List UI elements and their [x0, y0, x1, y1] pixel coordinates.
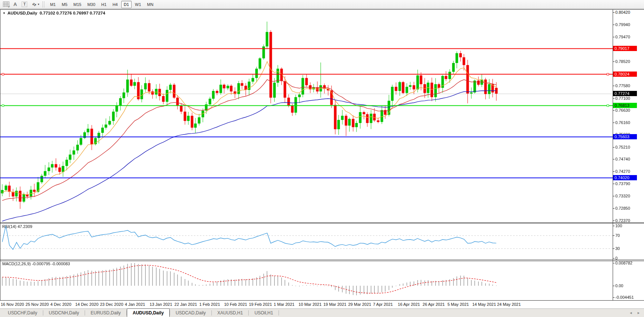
toolbar-tools: F A T ⇄ ▾ — [1, 0, 41, 9]
panel-splitter-rsi[interactable] — [0, 223, 644, 224]
price-tick-label: 0.77100 — [615, 96, 630, 101]
date-axis-label: 24 May 2021 — [497, 302, 521, 307]
chart-left-border — [0, 9, 0, 301]
timeframe-button-mn[interactable]: MN — [144, 1, 156, 8]
hline-price-label: 0.79017 — [613, 46, 637, 51]
macd-panel-canvas[interactable] — [0, 261, 613, 300]
timeframe-button-h1[interactable]: H1 — [99, 1, 109, 8]
symbol-tab-usdchf[interactable]: USDCHF,Daily — [2, 309, 43, 317]
symbol-tab-eurusd[interactable]: EURUSD,Daily — [85, 309, 126, 317]
date-axis-label: 1 Mar 2021 — [274, 302, 295, 307]
timeframe-button-m5[interactable]: M5 — [59, 1, 70, 8]
price-tick-label: 0.79470 — [615, 35, 630, 39]
macd-label: MACD(12,26,9) -0.000795 -0.000083 — [2, 261, 70, 266]
price-tick-label: 0.79940 — [615, 22, 630, 27]
timeframe-button-d1[interactable]: D1 — [121, 1, 132, 8]
price-tick-label: 0.73790 — [615, 181, 630, 186]
dropdown-caret-icon[interactable]: ▾ — [38, 3, 39, 6]
date-axis-label: 4 Jan 2021 — [125, 302, 145, 307]
price-axis-line — [613, 9, 613, 301]
date-axis-label: 19 Mar 2021 — [323, 302, 346, 307]
hline-price-label: 0.75603 — [613, 134, 637, 139]
tab-separator — [279, 310, 279, 316]
price-tick-label: 0.73320 — [615, 194, 630, 199]
rsi-panel-canvas[interactable] — [0, 224, 613, 260]
panel-border — [0, 9, 644, 10]
symbol-tab-xauusd[interactable]: XAUUSD,H1 — [212, 309, 249, 317]
trading-terminal-window: F A T ⇄ ▾ M1M5M15M30H1H4D1W1MN ▼AUDUSD,D… — [0, 0, 644, 317]
date-axis-label: 10 Mar 2021 — [299, 302, 322, 307]
timeframe-button-m1[interactable]: M1 — [47, 1, 58, 8]
timeframe-button-m15[interactable]: M15 — [71, 1, 84, 8]
date-axis-label: 16 Apr 2021 — [398, 302, 420, 307]
date-axis-label: 13 Jan 2021 — [150, 302, 172, 307]
date-axis-label: 25 Nov 2020 — [26, 302, 49, 307]
tab-scroll-left-icon[interactable]: ◄ — [629, 311, 632, 315]
date-axis-label: 7 Apr 2021 — [373, 302, 393, 307]
timeframe-button-m30[interactable]: M30 — [85, 1, 98, 8]
price-tick-label: 0.74270 — [615, 169, 630, 174]
date-axis-label: 26 Apr 2021 — [422, 302, 444, 307]
toolbar: F A T ⇄ ▾ M1M5M15M30H1H4D1W1MN — [0, 0, 644, 9]
price-tick-label: 0.76630 — [615, 108, 630, 113]
price-tick-label: 0.78520 — [615, 59, 630, 64]
panel-splitter-macd[interactable] — [0, 261, 644, 261]
rsi-tick-label: 30 — [615, 246, 620, 251]
tab-scroll-arrows: ◄ ► — [629, 308, 640, 317]
macd-tick-label: 0.008782 — [615, 261, 632, 266]
date-axis-label: 5 May 2021 — [447, 302, 469, 307]
arrows-tool-icon[interactable]: ⇄ — [31, 1, 38, 7]
rsi-tick-label: 70 — [615, 233, 620, 238]
price-tick-label: 0.80420 — [615, 10, 630, 15]
rsi-tick-label: 0 — [615, 256, 618, 261]
date-axis-label: 19 Feb 2021 — [249, 302, 272, 307]
timeframe-button-h4[interactable]: H4 — [110, 1, 120, 8]
timeframe-button-w1[interactable]: W1 — [132, 1, 144, 8]
date-axis-label: 23 Dec 2020 — [100, 302, 123, 307]
grid-f-icon[interactable]: F — [3, 1, 9, 7]
price-tick-label: 0.74740 — [615, 157, 630, 162]
price-tick-label: 0.76160 — [615, 120, 630, 125]
price-tick-label: 0.72370 — [615, 218, 630, 223]
date-axis-label: 29 Mar 2021 — [348, 302, 371, 307]
text-label-icon[interactable]: A — [13, 1, 17, 7]
hline-price-label: 0.76813 — [613, 103, 637, 108]
symbol-tab-usdcad[interactable]: USDCAD,Daily — [170, 309, 211, 317]
main-chart-canvas[interactable] — [0, 9, 613, 222]
symbol-tab-audusd[interactable]: AUDUSD,Daily — [127, 308, 170, 317]
macd-tick-label: -0.004451 — [615, 295, 634, 300]
current-price-label: 0.77274 — [613, 91, 637, 96]
hline-price-label: 0.74020 — [613, 175, 637, 180]
panel-border — [0, 300, 644, 301]
price-tick-label: 0.75210 — [615, 145, 630, 150]
ohlc-values: 0.77102 0.77276 0.76997 0.77274 — [40, 11, 105, 15]
macd-tick-label: 0.00 — [615, 283, 623, 288]
symbol-dropdown-icon[interactable]: ▼ — [3, 12, 6, 15]
date-axis-label: 1 Feb 2021 — [199, 302, 220, 307]
date-axis-label: 22 Jan 2021 — [175, 302, 197, 307]
date-axis-label: 14 May 2021 — [472, 302, 496, 307]
date-axis-label: 14 Dec 2020 — [75, 302, 98, 307]
chart-title: ▼AUDUSD,Daily 0.77102 0.77276 0.76997 0.… — [3, 11, 105, 15]
toolbar-grip[interactable] — [43, 1, 44, 7]
panel-border — [0, 260, 644, 260]
symbol-name: AUDUSD,Daily — [7, 11, 37, 15]
price-tick-label: 0.72850 — [615, 206, 630, 211]
toolbar-timeframes: M1M5M15M30H1H4D1W1MN — [47, 0, 156, 9]
price-tick-label: 0.77580 — [615, 83, 630, 88]
tab-scroll-right-icon[interactable]: ► — [637, 311, 640, 315]
symbol-tab-bar: USDCHF,DailyUSDCNH,DailyEURUSD,DailyAUDU… — [0, 308, 644, 317]
rsi-label: RSI(14) 47.2309 — [2, 224, 32, 229]
symbol-tab-usdcnh[interactable]: USDCNH,Daily — [43, 309, 85, 317]
hline-price-label: 0.78024 — [613, 72, 637, 77]
rsi-tick-label: 100 — [615, 224, 622, 228]
symbol-tab-usoil[interactable]: USOil,H1 — [249, 309, 279, 317]
date-axis-label: 10 Feb 2021 — [224, 302, 247, 307]
panel-border — [0, 222, 644, 223]
text-tool-icon[interactable]: T — [22, 1, 27, 7]
date-axis-label: 16 Nov 2020 — [1, 302, 24, 307]
date-axis-label: 4 Dec 2020 — [50, 302, 71, 307]
